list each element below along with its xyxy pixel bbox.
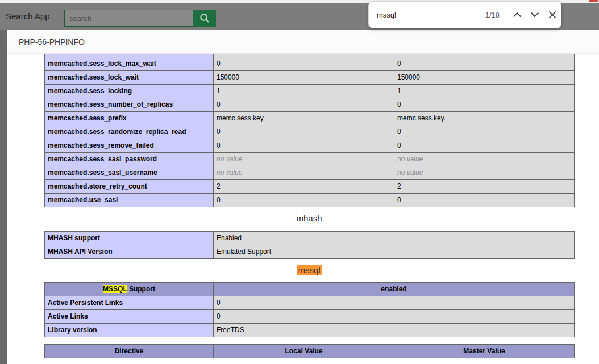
section-heading-mhash: mhash: [44, 214, 574, 224]
label-cell: Active Persistent Links: [45, 296, 214, 309]
table-row: Library versionFreeTDS: [45, 323, 575, 337]
table-row: memcached.sess_remove_failed00: [45, 139, 575, 152]
mhash-table: MHASH supportEnabledMHASH API VersionEmu…: [44, 231, 575, 259]
local-value-cell: 0: [214, 98, 394, 111]
value-cell: Emulated Support: [214, 245, 575, 258]
window-close-button[interactable]: [589, 0, 598, 2]
value-cell: 0: [214, 309, 575, 323]
find-query-text: mssql: [377, 11, 396, 19]
page-title: PHP-56-PHPINFO: [19, 37, 85, 47]
search-icon: [199, 12, 210, 24]
search-input[interactable]: [64, 10, 193, 27]
table-row: memcached.sess_prefixmemc.sess.key.memc.…: [45, 111, 575, 125]
table-header-row: MSSQL Support enabled: [45, 282, 575, 296]
table-row: memcached.sess_randomize_replica_read00: [45, 125, 575, 139]
table-row: memcached.store_retry_count22: [45, 179, 575, 193]
local-value-cell: memc.sess.key.: [214, 111, 394, 125]
local-value-cell: 2: [214, 179, 394, 193]
find-match-highlight: MSSQL: [103, 285, 127, 293]
column-header-cell: Local Value: [214, 344, 394, 358]
active-find-match-highlight: mssql: [297, 265, 321, 275]
directive-cell: memcached.sess_sasl_password: [45, 152, 214, 166]
text-caret: [397, 10, 397, 19]
table-header-row: DirectiveLocal ValueMaster Value: [45, 344, 575, 358]
master-value-cell: 0: [394, 125, 575, 139]
find-previous-button[interactable]: [508, 5, 526, 24]
label-cell: Active Links: [45, 309, 214, 323]
table-row: memcached.sess_lock_max_wait00: [45, 57, 575, 70]
table-row: memcached.sess_sasl_passwordno valueno v…: [45, 152, 575, 166]
app-title: Search App: [6, 11, 50, 21]
directive-cell: memcached.sess_prefix: [45, 111, 214, 125]
table-row: memcached.sess_sasl_usernameno valueno v…: [45, 166, 575, 179]
table-row: memcached.sess_locking11: [45, 84, 575, 98]
page-header: PHP-56-PHPINFO: [7, 30, 599, 54]
close-icon: [548, 10, 557, 19]
master-value-cell: memc.sess.key.: [394, 111, 575, 125]
column-header-cell: Master Value: [394, 344, 575, 358]
local-value-cell: 0: [214, 57, 394, 70]
directive-cell: memcached.sess_number_of_replicas: [45, 98, 214, 111]
directive-cell: memcached.sess_locking: [45, 84, 214, 98]
table-row: memcached.use_sasl00: [45, 193, 575, 207]
column-header-cell: Directive: [45, 344, 214, 358]
local-value-cell: no value: [214, 152, 394, 166]
master-value-cell: 0: [394, 193, 575, 207]
memcached-directives-table: memcached.sess_lock_max_wait00memcached.…: [44, 54, 575, 207]
label-cell: MHASH support: [45, 231, 214, 245]
find-in-page-bar: mssql 1/18: [368, 1, 561, 28]
master-value-cell: 1: [394, 84, 575, 98]
directive-cell: memcached.sess_lock_wait: [45, 70, 214, 84]
directive-cell: memcached.sess_remove_failed: [45, 139, 214, 152]
local-value-cell: 0: [214, 193, 394, 207]
directive-cell: memcached.sess_sasl_username: [45, 166, 214, 179]
table-row: Active Links0: [45, 309, 575, 323]
chevron-down-icon: [530, 9, 538, 17]
master-value-cell: 150000: [394, 70, 575, 84]
master-value-cell: 2: [394, 179, 575, 193]
find-query-input[interactable]: mssql: [377, 10, 397, 19]
table-row: Active Persistent Links0: [45, 296, 575, 309]
phpinfo-content: memcached.sess_lock_max_wait00memcached.…: [7, 54, 599, 358]
mssql-support-header-cell: MSSQL Support: [45, 282, 214, 296]
local-value-cell: no value: [214, 166, 394, 179]
table-row: memcached.sess_lock_wait150000150000: [45, 70, 575, 84]
table-row: memcached.sess_number_of_replicas00: [45, 98, 575, 111]
directive-header-table: DirectiveLocal ValueMaster Value: [44, 344, 575, 358]
master-value-cell: no value: [394, 166, 575, 179]
table-row: MHASH API VersionEmulated Support: [45, 245, 575, 258]
directive-cell: memcached.sess_lock_max_wait: [45, 57, 214, 70]
master-value-cell: 0: [394, 98, 575, 111]
local-value-cell: 0: [214, 139, 394, 152]
master-value-cell: no value: [394, 152, 575, 166]
app-window: Search App mssql 1/18 PHP-56-PHPINFO: [0, 0, 599, 364]
find-match-count: 1/18: [485, 11, 508, 19]
search-button[interactable]: [193, 10, 216, 27]
content-panel: PHP-56-PHPINFO memcached.sess_lock_max_w…: [7, 30, 599, 364]
master-value-cell: 0: [394, 139, 575, 152]
local-value-cell: 0: [214, 125, 394, 139]
label-cell: Library version: [45, 323, 214, 337]
mssql-enabled-header-cell: enabled: [214, 282, 575, 296]
section-heading-mssql: mssql: [44, 265, 574, 276]
directive-cell: memcached.store_retry_count: [45, 179, 214, 193]
chevron-up-icon: [513, 12, 521, 20]
local-value-cell: 1: [214, 84, 394, 98]
table-row: MHASH supportEnabled: [45, 231, 575, 245]
find-next-button[interactable]: [526, 5, 543, 24]
master-value-cell: 0: [394, 57, 575, 70]
directive-cell: memcached.sess_randomize_replica_read: [45, 125, 214, 139]
local-value-cell: 150000: [214, 70, 394, 84]
value-cell: Enabled: [214, 231, 575, 245]
value-cell: 0: [214, 296, 575, 309]
mssql-table: MSSQL Support enabled Active Persistent …: [44, 282, 575, 337]
directive-cell: memcached.use_sasl: [45, 193, 214, 207]
label-cell: MHASH API Version: [45, 245, 214, 258]
find-close-button[interactable]: [543, 5, 561, 24]
value-cell: FreeTDS: [214, 323, 575, 337]
